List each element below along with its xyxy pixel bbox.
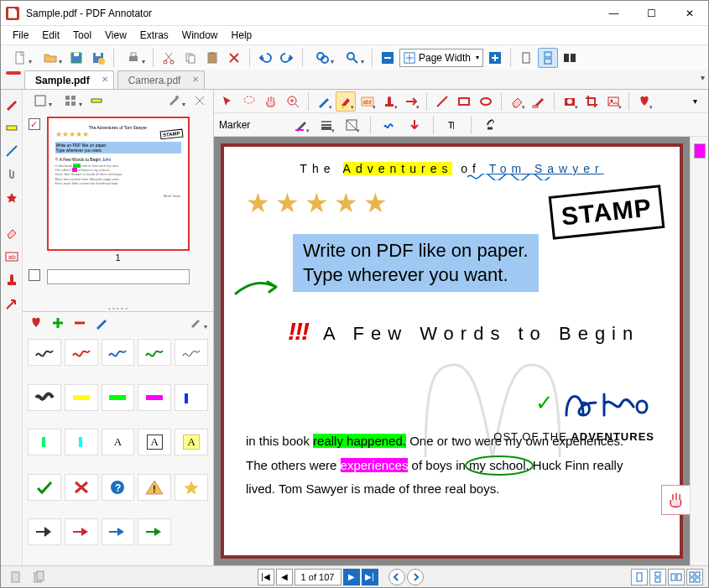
stamp-check[interactable] [28,474,61,501]
layout-continuous-button[interactable] [538,48,558,68]
menu-help[interactable]: Help [227,28,258,43]
tool-stamp[interactable] [3,271,21,289]
pan-mode-button[interactable] [661,485,690,515]
stamp-question[interactable]: ? [102,474,135,501]
view-single-page[interactable] [631,569,648,585]
stamp-wave-thick[interactable] [28,384,61,411]
prop-color[interactable] [291,115,311,135]
prop-text-mode[interactable]: T [442,115,462,135]
page-number-field[interactable] [295,569,341,585]
thumb-view-mode[interactable] [56,91,85,111]
tool-eraser-dd[interactable] [507,91,527,112]
delete-button[interactable] [224,48,244,68]
tool-pen-dd[interactable] [314,91,334,112]
status-docs-icon[interactable] [29,567,50,587]
prop-opacity[interactable] [341,115,362,135]
tool-textbox-dd[interactable]: abI [357,91,378,112]
menu-tool[interactable]: Tool [68,28,96,43]
toolbar-overflow[interactable]: ▾ [685,91,705,112]
view-two-page[interactable] [668,569,685,585]
view-continuous[interactable] [649,569,666,585]
nav-prev-button[interactable]: ◀ [276,569,293,585]
zoom-in-button[interactable] [485,48,505,68]
tab-close-button[interactable]: ✕ [102,75,108,84]
save-as-button[interactable] [88,48,108,68]
tool-pen[interactable] [3,95,21,113]
tool-favorite[interactable] [3,189,21,207]
close-button[interactable]: ✕ [670,1,708,25]
tool-line[interactable] [432,91,452,112]
open-button[interactable] [36,48,65,68]
stamp-fav[interactable] [26,313,46,333]
prop-width[interactable] [316,115,336,135]
tool-crop[interactable] [581,91,602,112]
nav-next-button[interactable]: ▶ [343,569,360,585]
thumbnail-page-2[interactable] [47,269,190,284]
tab-sample[interactable]: Sample.pdf ✕ [24,70,114,89]
find-button[interactable] [308,48,336,68]
zoom-out-button[interactable] [378,48,398,68]
save-button[interactable] [66,48,86,68]
tool-shape-dd[interactable] [401,91,421,112]
nav-last-button[interactable]: ▶| [362,569,378,585]
stamp-text-hl[interactable]: A [175,429,208,455]
stamp-squiggle-black[interactable] [28,339,61,366]
zoom-selector[interactable]: Page Width ▾ [399,49,483,67]
stamp-warning[interactable]: ! [138,474,171,501]
stamp-arrow-blue[interactable] [102,518,135,545]
tool-eraser[interactable] [3,224,21,242]
stamp-text-plain[interactable]: A [102,429,135,455]
prop-style-arrow[interactable] [404,115,425,135]
stamp-arrow-black[interactable] [28,518,61,545]
tool-arrow[interactable] [3,294,21,313]
stamp-edit[interactable] [91,313,112,333]
thumb-close[interactable] [190,91,210,111]
tool-snapshot[interactable] [560,91,580,112]
menu-window[interactable]: Window [177,28,223,43]
stamp-arrow-red[interactable] [65,518,98,545]
paste-button[interactable] [202,48,222,68]
tool-ellipse[interactable] [476,91,496,112]
thumb-checkbox[interactable] [29,269,40,281]
stamp-squiggle-green[interactable] [138,339,171,366]
stamp-settings[interactable] [181,313,210,333]
stamp-hl-yellow[interactable] [65,384,98,411]
tool-image[interactable] [603,91,623,112]
stamp-squiggle-red[interactable] [65,339,98,366]
search-button[interactable] [338,48,367,68]
stamp-squiggle-thin[interactable] [175,339,208,366]
stamp-dot-green[interactable] [28,429,61,455]
stamp-hl-green[interactable] [102,384,135,411]
tab-close-button[interactable]: ✕ [192,75,199,84]
nav-first-button[interactable]: |◀ [258,569,274,585]
menu-file[interactable]: File [8,28,34,43]
swatch-magenta[interactable] [694,143,706,159]
thumb-filter[interactable] [86,91,107,111]
tool-line[interactable] [3,142,21,160]
stamp-hl-magenta[interactable] [138,384,171,411]
tool-marker-dd[interactable] [336,91,356,112]
thumbnail-page-1[interactable]: The Adventures of Tom Sawyer ★★★★★ STAMP… [47,117,190,251]
tool-favorite-dd[interactable] [634,91,654,112]
view-two-continuous[interactable] [686,569,703,585]
tool-stamp-dd[interactable] [379,91,399,112]
nav-back-button[interactable] [388,569,405,585]
stamp-dot-cyan[interactable] [65,429,98,455]
maximize-button[interactable]: ☐ [633,1,670,25]
stamp-star[interactable] [175,474,208,501]
tool-pan[interactable] [261,91,281,112]
thumb-checkbox[interactable]: ✓ [29,118,40,130]
prop-lock[interactable] [480,115,500,135]
cut-button[interactable] [159,48,179,68]
copy-button[interactable] [180,48,201,68]
stamp-remove[interactable] [70,313,90,333]
prop-style-squiggle[interactable] [379,115,399,135]
menu-extras[interactable]: Extras [135,28,174,43]
menu-edit[interactable]: Edit [37,28,65,43]
page-viewer[interactable]: The Adventures of Tom Sawyer ★ ★ ★ ★ ★ S… [214,137,690,565]
stamp-text-box[interactable]: A [138,429,171,455]
menu-view[interactable]: View [100,28,132,43]
stamp-arrow-green[interactable] [138,518,171,545]
tool-pointer[interactable] [217,91,237,112]
tool-marker[interactable] [3,118,21,137]
